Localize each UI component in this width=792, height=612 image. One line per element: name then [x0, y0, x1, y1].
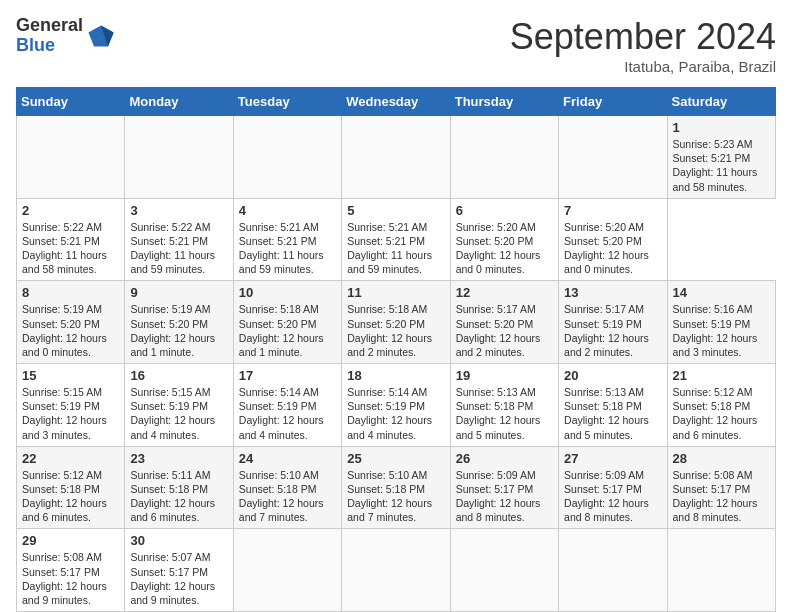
- day-header-friday: Friday: [559, 88, 667, 116]
- day-number: 24: [239, 451, 336, 466]
- calendar-cell: 24 Sunrise: 5:10 AMSunset: 5:18 PMDaylig…: [233, 446, 341, 529]
- day-info: Sunrise: 5:08 AMSunset: 5:17 PMDaylight:…: [673, 469, 758, 524]
- calendar-cell: 9 Sunrise: 5:19 AMSunset: 5:20 PMDayligh…: [125, 281, 233, 364]
- day-number: 26: [456, 451, 553, 466]
- day-number: 28: [673, 451, 770, 466]
- day-number: 27: [564, 451, 661, 466]
- calendar-week-row: 22 Sunrise: 5:12 AMSunset: 5:18 PMDaylig…: [17, 446, 776, 529]
- calendar-cell: 1 Sunrise: 5:23 AMSunset: 5:21 PMDayligh…: [667, 116, 775, 199]
- day-info: Sunrise: 5:09 AMSunset: 5:17 PMDaylight:…: [456, 469, 541, 524]
- day-info: Sunrise: 5:08 AMSunset: 5:17 PMDaylight:…: [22, 551, 107, 606]
- calendar-cell: 22 Sunrise: 5:12 AMSunset: 5:18 PMDaylig…: [17, 446, 125, 529]
- day-info: Sunrise: 5:14 AMSunset: 5:19 PMDaylight:…: [239, 386, 324, 441]
- day-info: Sunrise: 5:23 AMSunset: 5:21 PMDaylight:…: [673, 138, 758, 193]
- day-info: Sunrise: 5:12 AMSunset: 5:18 PMDaylight:…: [673, 386, 758, 441]
- calendar-cell: [450, 529, 558, 612]
- calendar-cell: 20 Sunrise: 5:13 AMSunset: 5:18 PMDaylig…: [559, 364, 667, 447]
- day-number: 21: [673, 368, 770, 383]
- day-number: 15: [22, 368, 119, 383]
- day-number: 9: [130, 285, 227, 300]
- day-info: Sunrise: 5:10 AMSunset: 5:18 PMDaylight:…: [239, 469, 324, 524]
- day-info: Sunrise: 5:10 AMSunset: 5:18 PMDaylight:…: [347, 469, 432, 524]
- day-info: Sunrise: 5:13 AMSunset: 5:18 PMDaylight:…: [564, 386, 649, 441]
- calendar-week-row: 1 Sunrise: 5:23 AMSunset: 5:21 PMDayligh…: [17, 116, 776, 199]
- day-info: Sunrise: 5:15 AMSunset: 5:19 PMDaylight:…: [130, 386, 215, 441]
- day-info: Sunrise: 5:14 AMSunset: 5:19 PMDaylight:…: [347, 386, 432, 441]
- day-info: Sunrise: 5:16 AMSunset: 5:19 PMDaylight:…: [673, 303, 758, 358]
- calendar-cell: 2 Sunrise: 5:22 AMSunset: 5:21 PMDayligh…: [17, 198, 125, 281]
- calendar-cell: 26 Sunrise: 5:09 AMSunset: 5:17 PMDaylig…: [450, 446, 558, 529]
- day-info: Sunrise: 5:21 AMSunset: 5:21 PMDaylight:…: [239, 221, 324, 276]
- calendar-cell: 18 Sunrise: 5:14 AMSunset: 5:19 PMDaylig…: [342, 364, 450, 447]
- day-number: 30: [130, 533, 227, 548]
- day-header-thursday: Thursday: [450, 88, 558, 116]
- calendar-cell: 10 Sunrise: 5:18 AMSunset: 5:20 PMDaylig…: [233, 281, 341, 364]
- empty-cell: [342, 116, 450, 199]
- calendar-week-row: 2 Sunrise: 5:22 AMSunset: 5:21 PMDayligh…: [17, 198, 776, 281]
- day-info: Sunrise: 5:11 AMSunset: 5:18 PMDaylight:…: [130, 469, 215, 524]
- calendar-cell: 23 Sunrise: 5:11 AMSunset: 5:18 PMDaylig…: [125, 446, 233, 529]
- day-number: 5: [347, 203, 444, 218]
- calendar-cell: 21 Sunrise: 5:12 AMSunset: 5:18 PMDaylig…: [667, 364, 775, 447]
- logo: General Blue: [16, 16, 115, 56]
- day-header-sunday: Sunday: [17, 88, 125, 116]
- location: Itatuba, Paraiba, Brazil: [510, 58, 776, 75]
- calendar-cell: 28 Sunrise: 5:08 AMSunset: 5:17 PMDaylig…: [667, 446, 775, 529]
- logo-general: General: [16, 16, 83, 36]
- empty-cell: [233, 116, 341, 199]
- calendar-cell: [233, 529, 341, 612]
- calendar-week-row: 15 Sunrise: 5:15 AMSunset: 5:19 PMDaylig…: [17, 364, 776, 447]
- calendar-cell: 11 Sunrise: 5:18 AMSunset: 5:20 PMDaylig…: [342, 281, 450, 364]
- day-number: 14: [673, 285, 770, 300]
- title-section: September 2024 Itatuba, Paraiba, Brazil: [510, 16, 776, 75]
- day-info: Sunrise: 5:17 AMSunset: 5:20 PMDaylight:…: [456, 303, 541, 358]
- calendar-cell: 12 Sunrise: 5:17 AMSunset: 5:20 PMDaylig…: [450, 281, 558, 364]
- calendar-cell: 13 Sunrise: 5:17 AMSunset: 5:19 PMDaylig…: [559, 281, 667, 364]
- day-number: 1: [673, 120, 770, 135]
- day-info: Sunrise: 5:20 AMSunset: 5:20 PMDaylight:…: [456, 221, 541, 276]
- day-number: 12: [456, 285, 553, 300]
- calendar-week-row: 8 Sunrise: 5:19 AMSunset: 5:20 PMDayligh…: [17, 281, 776, 364]
- calendar-cell: [667, 529, 775, 612]
- day-number: 11: [347, 285, 444, 300]
- day-info: Sunrise: 5:22 AMSunset: 5:21 PMDaylight:…: [130, 221, 215, 276]
- page-header: General Blue September 2024 Itatuba, Par…: [16, 16, 776, 75]
- day-info: Sunrise: 5:19 AMSunset: 5:20 PMDaylight:…: [130, 303, 215, 358]
- day-number: 4: [239, 203, 336, 218]
- day-number: 25: [347, 451, 444, 466]
- calendar-header-row: SundayMondayTuesdayWednesdayThursdayFrid…: [17, 88, 776, 116]
- day-number: 29: [22, 533, 119, 548]
- calendar-cell: 16 Sunrise: 5:15 AMSunset: 5:19 PMDaylig…: [125, 364, 233, 447]
- day-info: Sunrise: 5:21 AMSunset: 5:21 PMDaylight:…: [347, 221, 432, 276]
- calendar-cell: 14 Sunrise: 5:16 AMSunset: 5:19 PMDaylig…: [667, 281, 775, 364]
- calendar-cell: 19 Sunrise: 5:13 AMSunset: 5:18 PMDaylig…: [450, 364, 558, 447]
- calendar-cell: 3 Sunrise: 5:22 AMSunset: 5:21 PMDayligh…: [125, 198, 233, 281]
- day-header-tuesday: Tuesday: [233, 88, 341, 116]
- calendar-cell: 6 Sunrise: 5:20 AMSunset: 5:20 PMDayligh…: [450, 198, 558, 281]
- calendar-cell: 27 Sunrise: 5:09 AMSunset: 5:17 PMDaylig…: [559, 446, 667, 529]
- day-info: Sunrise: 5:15 AMSunset: 5:19 PMDaylight:…: [22, 386, 107, 441]
- day-header-saturday: Saturday: [667, 88, 775, 116]
- empty-cell: [450, 116, 558, 199]
- day-info: Sunrise: 5:19 AMSunset: 5:20 PMDaylight:…: [22, 303, 107, 358]
- day-number: 16: [130, 368, 227, 383]
- day-number: 8: [22, 285, 119, 300]
- calendar-cell: 15 Sunrise: 5:15 AMSunset: 5:19 PMDaylig…: [17, 364, 125, 447]
- day-number: 13: [564, 285, 661, 300]
- day-number: 2: [22, 203, 119, 218]
- day-info: Sunrise: 5:18 AMSunset: 5:20 PMDaylight:…: [347, 303, 432, 358]
- empty-cell: [125, 116, 233, 199]
- calendar-cell: 7 Sunrise: 5:20 AMSunset: 5:20 PMDayligh…: [559, 198, 667, 281]
- calendar-cell: 30 Sunrise: 5:07 AMSunset: 5:17 PMDaylig…: [125, 529, 233, 612]
- day-info: Sunrise: 5:13 AMSunset: 5:18 PMDaylight:…: [456, 386, 541, 441]
- day-number: 19: [456, 368, 553, 383]
- day-header-wednesday: Wednesday: [342, 88, 450, 116]
- empty-cell: [559, 116, 667, 199]
- calendar-cell: 25 Sunrise: 5:10 AMSunset: 5:18 PMDaylig…: [342, 446, 450, 529]
- calendar-cell: [342, 529, 450, 612]
- day-number: 20: [564, 368, 661, 383]
- day-info: Sunrise: 5:18 AMSunset: 5:20 PMDaylight:…: [239, 303, 324, 358]
- calendar-cell: 5 Sunrise: 5:21 AMSunset: 5:21 PMDayligh…: [342, 198, 450, 281]
- logo-icon: [87, 22, 115, 50]
- day-info: Sunrise: 5:09 AMSunset: 5:17 PMDaylight:…: [564, 469, 649, 524]
